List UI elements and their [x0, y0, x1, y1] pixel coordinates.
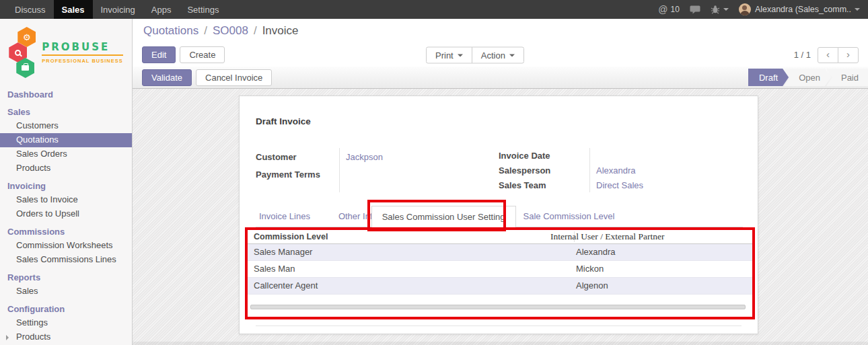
brand-name: PROBUSE: [42, 41, 122, 56]
sidebar-section-invoicing[interactable]: Invoicing: [0, 179, 132, 193]
commission-table-header: Commission Level Internal User / Externa…: [248, 230, 752, 244]
sales-team-label: Sales Team: [499, 180, 546, 190]
control-bar: Edit Create Print Action 1 / 1 ‹ ›: [133, 43, 868, 67]
pager-counter: 1 / 1: [794, 50, 811, 60]
tab-sale-commission-level[interactable]: Sale Commission Level: [513, 206, 625, 227]
nav-item-sales[interactable]: Sales: [54, 0, 93, 19]
cancel-invoice-button[interactable]: Cancel Invoice: [196, 69, 272, 86]
sidebar-item-sales-report[interactable]: Sales: [0, 284, 132, 299]
nav-item-invoicing[interactable]: Invoicing: [93, 0, 143, 19]
breadcrumb-quotations[interactable]: Quotations: [143, 24, 198, 38]
sidebar-section-configuration[interactable]: Configuration: [0, 302, 132, 316]
column-header-commission-level[interactable]: Commission Level: [248, 232, 328, 241]
user-cell: Alexandra: [576, 244, 616, 260]
caret-down-icon: [458, 54, 463, 56]
status-step-paid[interactable]: Paid: [826, 69, 868, 86]
breadcrumb-so008[interactable]: SO008: [213, 24, 248, 38]
commission-level-cell: Sales Man: [248, 264, 295, 274]
sidebar-item-sales-orders[interactable]: Sales Orders: [0, 147, 132, 161]
print-button[interactable]: Print: [426, 46, 472, 63]
at-icon: @: [658, 4, 667, 15]
breadcrumb-current: Invoice: [262, 24, 299, 38]
user-cell: Mickon: [576, 261, 604, 277]
customer-label: Customer: [256, 152, 297, 162]
breadcrumb-separator: /: [204, 24, 207, 38]
action-button-group: Print Action: [426, 46, 524, 63]
sidebar-item-config-products[interactable]: Products: [0, 330, 132, 344]
pager-next-button[interactable]: ›: [838, 47, 859, 63]
print-label: Print: [435, 50, 454, 60]
notebook-tabs: Invoice Lines Other Info Sales Commissio…: [256, 206, 743, 227]
action-label: Action: [481, 50, 505, 60]
sidebar-section-sales[interactable]: Sales: [0, 105, 132, 119]
debug-menu-button[interactable]: [711, 5, 729, 14]
sidebar-menu: Dashboard Sales Customers Quotations Sal…: [0, 83, 132, 345]
nav-item-discuss[interactable]: Discuss: [7, 0, 54, 19]
invoice-fields: Customer Payment Terms Jackpson Invoice …: [256, 148, 742, 192]
sidebar-item-quotations[interactable]: Quotations: [0, 133, 132, 147]
message-count: 10: [671, 5, 680, 14]
chat-bubble-icon: [690, 5, 700, 14]
sidebar-item-customers[interactable]: Customers: [0, 119, 132, 133]
nav-item-apps[interactable]: Apps: [143, 0, 180, 19]
breadcrumb-separator: /: [254, 24, 257, 38]
caret-down-icon: [509, 54, 515, 56]
systray: @ 10 Alexandra (Sales_comm..: [658, 0, 868, 19]
invoice-form-sheet: Draft Invoice Customer Payment Terms Jac…: [239, 95, 758, 334]
sidebar-section-reports[interactable]: Reports: [0, 270, 132, 284]
horizontal-scrollbar[interactable]: [250, 305, 746, 309]
sidebar-section-commissions[interactable]: Commissions: [0, 225, 132, 239]
company-logo: ⚙ PROBUSE PROFESSIONAL BUSINESS: [0, 19, 132, 83]
sidebar-item-commission-worksheets[interactable]: Commission Worksheets: [0, 239, 132, 253]
invoice-state-title: Draft Invoice: [256, 116, 742, 126]
customer-value[interactable]: Jackpson: [346, 152, 383, 162]
sidebar-item-sales-to-invoice[interactable]: Sales to Invoice: [0, 193, 132, 207]
status-step-draft[interactable]: Draft: [748, 69, 789, 86]
breadcrumb: Quotations / SO008 / Invoice: [133, 19, 868, 43]
action-button[interactable]: Action: [472, 46, 524, 63]
tab-invoice-lines[interactable]: Invoice Lines: [249, 206, 320, 227]
edit-button[interactable]: Edit: [142, 46, 176, 63]
pager-previous-button[interactable]: ‹: [818, 47, 838, 63]
sales-team-value[interactable]: Direct Sales: [596, 180, 643, 190]
main-panel: Quotations / SO008 / Invoice Edit Create…: [133, 19, 868, 345]
column-header-internal-user[interactable]: Internal User / External Partner: [550, 230, 664, 243]
top-navbar: Discuss Sales Invoicing Apps Settings @ …: [0, 0, 868, 19]
sidebar-item-label: Products: [16, 332, 50, 342]
user-avatar: [739, 3, 751, 15]
caret-down-icon: [855, 8, 860, 11]
chat-button[interactable]: [690, 5, 700, 14]
validate-button[interactable]: Validate: [142, 69, 192, 86]
salesperson-label: Salesperson: [499, 165, 550, 176]
pager: 1 / 1 ‹ ›: [794, 47, 859, 63]
salesperson-value[interactable]: Alexandra: [596, 165, 636, 176]
table-row[interactable]: Sales Manager Alexandra: [248, 244, 752, 261]
user-cell: Algenon: [576, 278, 608, 294]
status-steps: Draft Open Paid: [748, 69, 868, 86]
commission-level-cell: Sales Manager: [248, 247, 312, 257]
sidebar-item-sales-commissions-lines[interactable]: Sales Commissions Lines: [0, 253, 132, 267]
create-button[interactable]: Create: [180, 46, 225, 63]
top-nav-menu: Discuss Sales Invoicing Apps Settings: [0, 0, 227, 19]
invoice-date-label: Invoice Date: [499, 151, 550, 161]
table-row[interactable]: Sales Man Mickon: [248, 261, 752, 278]
sidebar-section-dashboard[interactable]: Dashboard: [0, 87, 132, 102]
content-area: Draft Invoice Customer Payment Terms Jac…: [133, 89, 868, 345]
nav-item-settings[interactable]: Settings: [179, 0, 227, 19]
logo-hexagons: ⚙: [9, 27, 37, 78]
table-row[interactable]: Callcenter Agent Algenon: [248, 278, 752, 295]
bug-icon: [711, 5, 720, 14]
table-bottom-border: [256, 325, 742, 326]
commission-level-cell: Callcenter Agent: [248, 280, 318, 291]
tab-sales-commission-user-setting[interactable]: Sales Commission User Setting: [371, 206, 516, 227]
user-name: Alexandra (Sales_comm..: [755, 5, 851, 14]
sidebar-item-settings[interactable]: Settings: [0, 316, 132, 330]
sidebar-item-orders-to-upsell[interactable]: Orders to Upsell: [0, 207, 132, 221]
sidebar: ⚙ PROBUSE PROFESSIONAL BUSINESS Dashboar…: [0, 19, 133, 345]
chevron-right-icon: [6, 335, 9, 340]
brand-tagline: PROFESSIONAL BUSINESS: [42, 58, 122, 64]
status-step-open[interactable]: Open: [784, 69, 831, 86]
sidebar-item-products[interactable]: Products: [0, 161, 132, 176]
messages-counter[interactable]: @ 10: [658, 4, 680, 15]
user-menu[interactable]: Alexandra (Sales_comm..: [739, 3, 860, 15]
